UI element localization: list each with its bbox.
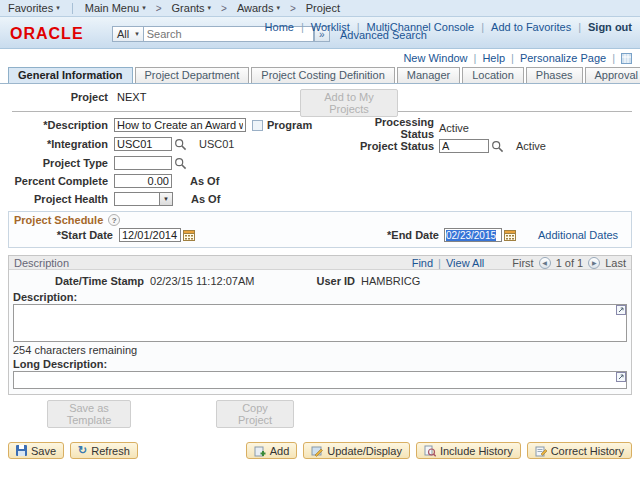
divider: | (511, 52, 514, 64)
integration-row: *Integration USC01 (8, 136, 234, 152)
project-status-input[interactable] (439, 139, 489, 153)
include-history-button[interactable]: Include History (416, 442, 521, 459)
new-window-link[interactable]: New Window (403, 52, 467, 64)
save-as-template-button[interactable]: Save as Template (47, 400, 131, 428)
help-icon[interactable]: ? (108, 214, 120, 226)
breadcrumb-grants[interactable]: Grants ▾ (172, 2, 212, 14)
oracle-logo: ORACLE (10, 25, 84, 43)
sign-out-link[interactable]: Sign out (588, 21, 632, 33)
correct-history-button[interactable]: Correct History (527, 442, 632, 459)
calendar-icon[interactable] (183, 229, 195, 241)
project-value: NEXT (117, 91, 146, 103)
project-health-value (114, 192, 159, 206)
calendar-icon[interactable] (504, 229, 516, 241)
previous-record-icon[interactable]: ◀ (539, 257, 551, 269)
end-date-field: *End Date 02/23/2015 Additional Dates (387, 228, 618, 242)
project-label: Project (8, 91, 108, 103)
personalize-page-link[interactable]: Personalize Page (520, 52, 606, 64)
chevron-down-icon: ▾ (208, 4, 212, 12)
breadcrumb-favorites[interactable]: Favorites ▾ (8, 2, 60, 14)
start-date-input[interactable] (119, 228, 181, 242)
description-textarea[interactable] (13, 304, 627, 342)
tab-manager[interactable]: Manager (397, 67, 460, 83)
chevron-down-icon[interactable]: ▼ (159, 192, 173, 206)
integration-input[interactable] (114, 137, 172, 151)
view-all-link[interactable]: View All (446, 257, 484, 269)
update-display-button[interactable]: Update/Display (303, 442, 410, 459)
tab-general-information[interactable]: General Information (8, 67, 133, 83)
advanced-search-link[interactable]: Advanced Search (340, 29, 427, 41)
tab-approval[interactable]: Approval (585, 67, 640, 83)
project-schedule-section: Project Schedule ? *Start Date *End Date… (8, 211, 632, 248)
project-health-row: Project Health ▼ As Of (8, 191, 220, 207)
breadcrumb-awards-label: Awards (237, 2, 273, 14)
divider: | (474, 52, 477, 64)
first-label: First (512, 257, 533, 269)
divider: | (481, 21, 484, 33)
refresh-button[interactable]: ↻ Refresh (70, 442, 138, 459)
search-scope-value: All (117, 28, 129, 40)
project-health-select[interactable]: ▼ (114, 192, 173, 206)
correct-history-button-label: Correct History (551, 445, 624, 457)
page-content: Project NEXT Add to My Projects *Descrip… (0, 91, 640, 459)
personalize-layout-icon[interactable] (621, 53, 632, 64)
additional-dates-link[interactable]: Additional Dates (538, 229, 618, 241)
breadcrumb-favorites-label: Favorites (8, 2, 53, 14)
processing-status-value: Active (439, 122, 469, 134)
help-link[interactable]: Help (482, 52, 505, 64)
description-section-title: Description (14, 257, 69, 269)
lookup-icon[interactable] (174, 157, 187, 170)
description-section-header: Description Find | View All First ◀ 1 of… (9, 256, 631, 270)
health-as-of-label: As Of (191, 193, 220, 205)
tab-phases[interactable]: Phases (526, 67, 583, 83)
description-textarea-wrap (13, 304, 627, 342)
record-pager: Find | View All First ◀ 1 of 1 ▶ Last (412, 257, 626, 269)
add-button[interactable]: Add (246, 442, 298, 459)
breadcrumb-main-menu[interactable]: Main Menu ▾ (85, 2, 146, 14)
project-schedule-header: Project Schedule ? (9, 212, 631, 226)
next-record-icon[interactable]: ▶ (588, 257, 600, 269)
breadcrumb-awards[interactable]: Awards ▾ (237, 2, 280, 14)
search-scope-select[interactable]: All ▾ (112, 26, 144, 42)
end-date-input[interactable]: 02/23/2015 (444, 228, 502, 242)
percent-complete-input[interactable] (114, 174, 172, 188)
tab-project-department[interactable]: Project Department (135, 67, 250, 83)
home-link[interactable]: Home (265, 21, 294, 33)
percent-complete-row: Percent Complete As Of (8, 173, 219, 189)
find-link[interactable]: Find (412, 257, 433, 269)
description-input[interactable] (114, 118, 246, 132)
start-date-label: *Start Date (9, 229, 113, 241)
toolbar-right-group: Add Update/Display Include History (246, 442, 632, 459)
divider: | (612, 52, 615, 64)
project-status-row: Project Status Active (346, 138, 546, 154)
tab-location[interactable]: Location (462, 67, 524, 83)
expand-icon[interactable] (616, 372, 626, 382)
breadcrumb-project[interactable]: Project (306, 2, 340, 14)
add-to-favorites-link[interactable]: Add to Favorites (491, 21, 571, 33)
save-button[interactable]: Save (8, 442, 64, 459)
end-date-selected-text: 02/23/2015 (446, 230, 496, 241)
page-toolbar: Save ↻ Refresh Add Upd (8, 442, 632, 459)
refresh-icon: ↻ (78, 444, 87, 457)
processing-status-label: Processing Status (346, 116, 434, 140)
project-type-label: Project Type (8, 157, 108, 169)
user-id-value: HAMBRICG (361, 275, 420, 287)
project-type-input[interactable] (114, 156, 172, 170)
long-description-textarea[interactable] (13, 371, 627, 389)
project-schedule-title: Project Schedule (14, 214, 103, 226)
expand-icon[interactable] (616, 305, 626, 315)
add-button-label: Add (270, 445, 290, 457)
description-label: *Description (8, 119, 108, 131)
program-checkbox[interactable] (252, 120, 263, 131)
divider: | (301, 21, 304, 33)
user-id-label: User ID (316, 275, 355, 287)
copy-project-button[interactable]: Copy Project (216, 400, 294, 428)
tab-project-costing-definition[interactable]: Project Costing Definition (251, 67, 395, 83)
peoplesoft-window: Favorites ▾ Main Menu ▾ > Grants ▾ > Awa… (0, 0, 640, 480)
lookup-icon[interactable] (491, 140, 504, 153)
datetime-stamp-label: Date/Time Stamp (55, 275, 144, 287)
template-buttons-row: Save as Template Copy Project (8, 400, 632, 428)
breadcrumb-project-label: Project (306, 2, 340, 14)
lookup-icon[interactable] (174, 138, 187, 151)
divider: | (578, 21, 581, 33)
